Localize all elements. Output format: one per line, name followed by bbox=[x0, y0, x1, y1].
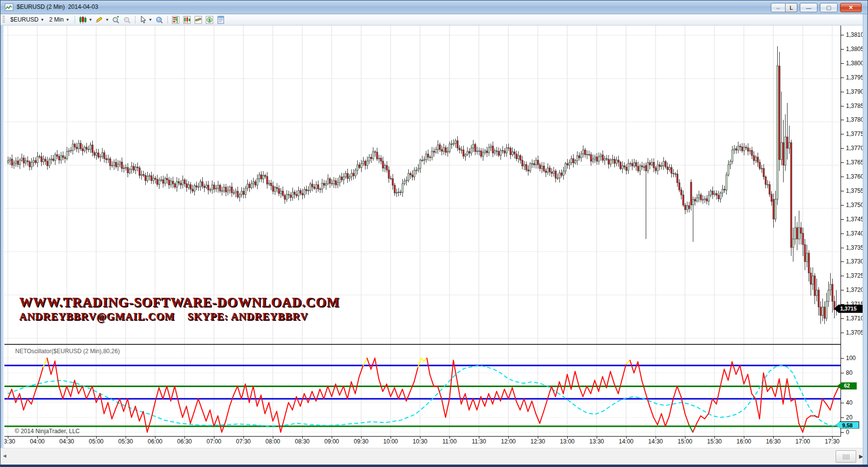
window-title: $EURUSD (2 Min) 2014-04-03 bbox=[17, 3, 98, 10]
minimize-button[interactable]: — bbox=[800, 3, 817, 12]
restore-button[interactable]: ▢ bbox=[820, 3, 838, 12]
time-axis-label: 11:30 bbox=[468, 438, 490, 445]
time-axis-label: 10:00 bbox=[380, 438, 401, 445]
time-axis-label: 15:30 bbox=[704, 438, 725, 445]
price-tick bbox=[841, 318, 844, 319]
price-tick bbox=[841, 261, 844, 262]
watermark-url: WWW.TRADING-SOFTWARE-DOWNLOAD.COM bbox=[19, 295, 340, 310]
data-box-icon[interactable] bbox=[154, 15, 165, 25]
chevron-down-icon: ▼ bbox=[105, 18, 109, 22]
chevron-down-icon: ▼ bbox=[40, 18, 44, 22]
price-axis-label: 1,3730 bbox=[846, 258, 864, 265]
time-axis-label: 16:00 bbox=[733, 438, 755, 445]
price-tick bbox=[841, 35, 844, 35]
price-tick bbox=[841, 148, 844, 149]
price-axis-label: 1,3745 bbox=[846, 216, 864, 223]
price-tick bbox=[841, 106, 844, 106]
time-axis-label: 09:00 bbox=[321, 438, 342, 445]
time-axis-label: 05:00 bbox=[85, 438, 107, 445]
chart-style-icon[interactable]: ▼ bbox=[78, 15, 94, 25]
window-right-border bbox=[863, 14, 868, 467]
oscillator-tick bbox=[841, 358, 844, 359]
price-axis-label: 1,3705 bbox=[846, 329, 864, 336]
instrument-dollar-icon[interactable]: $ bbox=[204, 15, 215, 25]
price-tick bbox=[841, 63, 844, 64]
time-axis-line bbox=[0, 436, 863, 437]
price-axis-label: 1,3735 bbox=[846, 244, 864, 251]
properties-icon[interactable] bbox=[215, 15, 227, 25]
link-interval-button[interactable]: L bbox=[786, 3, 797, 12]
oscillator-tick bbox=[841, 417, 844, 418]
time-axis-label: 07:30 bbox=[233, 438, 254, 445]
time-axis-label: 08:00 bbox=[262, 438, 284, 445]
price-axis-label: 1,3810 bbox=[846, 31, 864, 38]
watermark-contacts: ANDREYBBRV@GMAIL.COMSKYPE: ANDREYBBRV bbox=[19, 311, 340, 323]
time-axis-label: 08:30 bbox=[291, 438, 313, 445]
scrollbar-grip-icon bbox=[843, 454, 849, 460]
time-axis-label: 09:30 bbox=[350, 438, 372, 445]
last-price-badge: 1,3715 bbox=[834, 305, 863, 313]
time-axis-label: 06:00 bbox=[144, 438, 166, 445]
horizontal-scrollbar[interactable]: ◄ ▶ bbox=[0, 448, 863, 465]
indicators-icon[interactable] bbox=[193, 15, 204, 25]
panel-divider[interactable] bbox=[0, 344, 863, 345]
price-axis-label: 1,3725 bbox=[846, 272, 864, 279]
zoom-in-icon[interactable] bbox=[110, 15, 122, 25]
chevron-down-icon: ▼ bbox=[89, 18, 93, 22]
toolbar-icons: ▼▼▼$ bbox=[78, 15, 227, 25]
zoom-out-icon[interactable] bbox=[122, 15, 132, 25]
market-analyzer-icon[interactable] bbox=[170, 15, 182, 25]
price-tick bbox=[841, 234, 844, 234]
window-left-border bbox=[0, 26, 4, 448]
time-axis-label: 15:00 bbox=[674, 438, 696, 445]
title-bar[interactable]: $EURUSD (2 Min) 2014-04-03 ⇔L—▢✕ bbox=[0, 0, 868, 14]
price-axis-label: 1,3785 bbox=[846, 103, 864, 109]
oscillator-tick bbox=[841, 403, 844, 403]
svg-text:$: $ bbox=[209, 18, 211, 23]
price-axis-label: 1,3750 bbox=[846, 202, 864, 208]
interval-selector[interactable]: 2 Min ▼ bbox=[47, 15, 72, 25]
time-axis-label: 13:00 bbox=[556, 438, 578, 445]
price-axis-label: 1,3770 bbox=[846, 145, 864, 152]
chart-window: $EURUSD (2 Min) 2014-04-03 ⇔L—▢✕ $EURUSD… bbox=[0, 0, 868, 467]
price-axis-label: 1,3800 bbox=[846, 60, 864, 67]
cursor-icon[interactable]: ▼ bbox=[138, 15, 154, 25]
chart-trader-icon[interactable] bbox=[182, 15, 193, 25]
time-axis-label: 17:30 bbox=[821, 438, 843, 445]
toolbar-grip[interactable] bbox=[2, 16, 5, 24]
instrument-selector[interactable]: $EURUSD ▼ bbox=[8, 15, 47, 25]
price-axis-label: 1,3805 bbox=[846, 46, 864, 52]
time-axis-label: 04:00 bbox=[26, 438, 48, 445]
scroll-left-icon[interactable]: ◄ bbox=[2, 453, 7, 459]
price-axis-label: 1,3740 bbox=[846, 230, 864, 237]
price-tick bbox=[841, 205, 844, 206]
price-axis-label: 1,3790 bbox=[846, 88, 864, 95]
oscillator-panel[interactable] bbox=[0, 345, 841, 436]
time-axis-label: 16:30 bbox=[763, 438, 784, 445]
price-tick bbox=[841, 49, 844, 50]
scrollbar-thumb[interactable] bbox=[836, 450, 856, 463]
price-axis-label: 1,3755 bbox=[846, 187, 864, 194]
oscillator-axis-label: 40 bbox=[846, 399, 852, 406]
time-axis-label: 07:00 bbox=[203, 438, 225, 445]
price-tick bbox=[841, 162, 844, 163]
price-tick bbox=[841, 134, 844, 134]
interval-label: 2 Min bbox=[49, 16, 63, 23]
price-axis-label: 1,3710 bbox=[846, 315, 864, 322]
price-tick bbox=[841, 290, 844, 290]
drawing-tools-icon[interactable]: ▼ bbox=[94, 15, 110, 25]
price-axis-label: 1,3760 bbox=[846, 173, 864, 180]
price-axis-label: 1,3780 bbox=[846, 116, 864, 123]
price-axis-label: 1,3775 bbox=[846, 130, 864, 137]
close-button[interactable]: ✕ bbox=[840, 3, 862, 12]
time-axis-label: 05:30 bbox=[115, 438, 136, 445]
oscillator-lower-badge: 9,58 bbox=[836, 421, 859, 429]
chart-area: WWW.TRADING-SOFTWARE-DOWNLOAD.COM ANDREY… bbox=[0, 26, 868, 448]
price-tick bbox=[841, 120, 844, 120]
window-bottom-border bbox=[0, 465, 868, 467]
watermark-email: ANDREYBBRV@GMAIL.COM bbox=[19, 311, 175, 322]
time-axis-label: 13:30 bbox=[586, 438, 607, 445]
time-axis-label: 11:00 bbox=[439, 438, 460, 445]
link-instrument-button[interactable]: ⇔ bbox=[771, 3, 786, 12]
toolbar-separator bbox=[135, 16, 135, 24]
